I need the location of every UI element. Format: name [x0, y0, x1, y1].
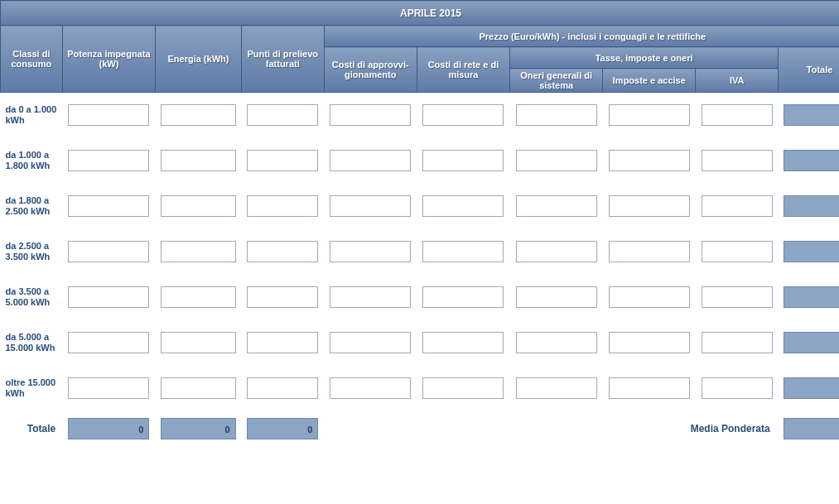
input-punti[interactable] — [247, 150, 318, 171]
input-oneri[interactable] — [516, 150, 597, 171]
col-oneri: Oneri generali di sistema — [510, 69, 603, 93]
input-potenza[interactable] — [68, 150, 149, 171]
input-potenza[interactable] — [68, 195, 149, 217]
row-label: da 0 a 1.000 kWh — [1, 93, 63, 138]
input-rete[interactable] — [422, 241, 504, 262]
row-total — [784, 241, 839, 262]
input-iva[interactable] — [702, 195, 773, 217]
col-totale: Totale — [779, 47, 839, 93]
input-imposte[interactable] — [609, 377, 690, 399]
row-total — [784, 286, 839, 308]
input-imposte[interactable] — [609, 195, 690, 217]
table-title: APRILE 2015 — [1, 1, 840, 26]
input-oneri[interactable] — [516, 332, 597, 353]
input-rete[interactable] — [422, 286, 504, 308]
input-rete[interactable] — [422, 195, 504, 217]
input-potenza[interactable] — [68, 104, 149, 126]
input-approvv[interactable] — [330, 104, 411, 126]
col-tasse-group: Tasse, imposte e oneri — [510, 47, 779, 69]
table-row: da 3.500 a 5.000 kWh — [1, 275, 840, 320]
table-row: da 1.000 a 1.800 kWh — [1, 138, 840, 184]
input-oneri[interactable] — [516, 241, 597, 262]
input-approvv[interactable] — [330, 332, 411, 353]
col-approv: Costi di approvvi-gionamento — [324, 47, 417, 93]
input-oneri[interactable] — [516, 195, 597, 217]
input-rete[interactable] — [422, 150, 504, 171]
input-energia[interactable] — [161, 150, 235, 171]
table-row: da 2.500 a 3.500 kWh — [1, 229, 840, 275]
row-label: da 2.500 a 3.500 kWh — [1, 229, 63, 275]
data-table: APRILE 2015 Classi di consumo Potenza im… — [0, 0, 839, 446]
input-oneri[interactable] — [516, 286, 597, 308]
input-imposte[interactable] — [609, 150, 690, 171]
input-energia[interactable] — [161, 104, 235, 126]
input-imposte[interactable] — [609, 332, 690, 353]
row-total — [784, 332, 839, 353]
input-potenza[interactable] — [68, 241, 149, 262]
row-label: da 3.500 a 5.000 kWh — [1, 275, 63, 320]
row-total — [784, 377, 839, 399]
row-label: da 1.000 a 1.800 kWh — [1, 138, 63, 184]
table-row: da 5.000 a 15.000 kWh — [1, 320, 840, 366]
input-iva[interactable] — [702, 332, 773, 353]
scroll-viewport[interactable]: APRILE 2015 Classi di consumo Potenza im… — [0, 0, 839, 504]
input-punti[interactable] — [247, 377, 318, 399]
input-iva[interactable] — [702, 150, 773, 171]
input-energia[interactable] — [161, 286, 235, 308]
footer-totale-label: Totale — [1, 411, 63, 446]
col-prezzo-group: Prezzo (Euro/kWh) - inclusi i conguagli … — [324, 26, 839, 47]
col-rete: Costi di rete e di misura — [417, 47, 509, 93]
col-imposte: Imposte e accise — [603, 69, 696, 93]
footer-punti-total: 0 — [247, 418, 318, 439]
table-row: da 1.800 a 2.500 kWh — [1, 184, 840, 229]
input-approvv[interactable] — [330, 377, 411, 399]
row-total — [784, 195, 839, 217]
input-rete[interactable] — [422, 104, 504, 126]
input-iva[interactable] — [702, 286, 773, 308]
input-punti[interactable] — [247, 241, 318, 262]
row-label: oltre 15.000 kWh — [1, 366, 63, 411]
input-iva[interactable] — [702, 241, 773, 262]
table-row: oltre 15.000 kWh — [1, 366, 840, 411]
col-potenza: Potenza impegnata (kW) — [62, 26, 155, 93]
input-punti[interactable] — [247, 104, 318, 126]
input-punti[interactable] — [247, 332, 318, 353]
input-potenza[interactable] — [68, 377, 149, 399]
col-energia: Energia (kWh) — [156, 26, 242, 93]
input-approvv[interactable] — [330, 286, 411, 308]
input-imposte[interactable] — [609, 104, 690, 126]
footer-media-total — [784, 418, 839, 439]
footer-potenza-total: 0 — [68, 418, 149, 439]
col-iva: IVA — [696, 69, 779, 93]
input-imposte[interactable] — [609, 286, 690, 308]
footer-media-label: Media Ponderata — [603, 411, 779, 446]
row-label: da 1.800 a 2.500 kWh — [1, 184, 63, 229]
input-oneri[interactable] — [516, 377, 597, 399]
input-oneri[interactable] — [516, 104, 597, 126]
input-iva[interactable] — [702, 104, 773, 126]
col-punti: Punti di prelievo fatturati — [241, 26, 324, 93]
input-energia[interactable] — [161, 195, 235, 217]
input-punti[interactable] — [247, 195, 318, 217]
input-energia[interactable] — [161, 377, 235, 399]
table-row: da 0 a 1.000 kWh — [1, 93, 840, 138]
row-label: da 5.000 a 15.000 kWh — [1, 320, 63, 366]
input-energia[interactable] — [161, 241, 235, 262]
row-total — [784, 150, 839, 171]
input-potenza[interactable] — [68, 286, 149, 308]
input-punti[interactable] — [247, 286, 318, 308]
input-potenza[interactable] — [68, 332, 149, 353]
input-iva[interactable] — [702, 377, 773, 399]
input-imposte[interactable] — [609, 241, 690, 262]
input-rete[interactable] — [422, 377, 504, 399]
input-energia[interactable] — [161, 332, 235, 353]
input-approvv[interactable] — [330, 150, 411, 171]
col-classi: Classi di consumo — [1, 26, 63, 93]
input-approvv[interactable] — [330, 241, 411, 262]
input-rete[interactable] — [422, 332, 504, 353]
input-approvv[interactable] — [330, 195, 411, 217]
row-total — [784, 104, 839, 126]
footer-energia-total: 0 — [161, 418, 235, 439]
